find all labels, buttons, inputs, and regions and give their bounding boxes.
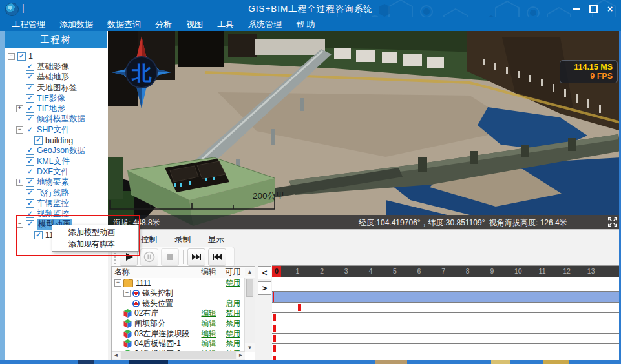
expand-node-icon[interactable]: +	[16, 179, 23, 186]
edit-link[interactable]: 编辑	[196, 339, 221, 349]
checkbox[interactable]: ✓	[26, 84, 34, 92]
anim-menu-item-0[interactable]: 控制	[136, 233, 162, 247]
menu-item-7[interactable]: 帮 助	[289, 17, 322, 31]
keyframe-marker[interactable]	[273, 314, 276, 321]
availability-link[interactable]: 禁用	[221, 329, 245, 339]
checkbox[interactable]: ✓	[26, 199, 34, 208]
keyframe-marker[interactable]	[298, 304, 301, 311]
tree-item-3[interactable]: ✓天地图标签	[5, 83, 108, 93]
edit-link[interactable]: 编辑	[196, 308, 221, 318]
scrollbar-thumb[interactable]	[246, 279, 253, 297]
toolbar-grip-handle[interactable]	[114, 250, 116, 264]
menu-item-5[interactable]: 工具	[210, 17, 241, 31]
timeline-track-3[interactable]	[272, 313, 621, 323]
menu-item-1[interactable]: 添加数据	[52, 17, 100, 31]
collapse-node-icon[interactable]: −	[114, 279, 121, 287]
tree-item-1[interactable]: ✓基础影像	[5, 61, 108, 72]
checkbox[interactable]: ✓	[34, 136, 43, 145]
collapse-left-button[interactable]: <	[258, 266, 271, 279]
skip-back-button[interactable]	[208, 248, 226, 266]
tree-item-2[interactable]: ✓基础地形	[5, 72, 108, 83]
checkbox[interactable]: ✓	[26, 178, 34, 187]
map-viewport[interactable]: 200公里 北 114.15 MS 9 FPS 海拔: 448.8米 经度:	[108, 31, 621, 229]
tree-item-4[interactable]: ✓TIF影像	[5, 93, 108, 103]
skip-forward-button[interactable]	[187, 248, 205, 266]
collapse-node-icon[interactable]: −	[16, 126, 23, 134]
timeline-track-4[interactable]	[272, 323, 621, 334]
checkbox[interactable]: ✓	[26, 168, 34, 176]
pause-button[interactable]	[140, 248, 158, 266]
fullscreen-icon[interactable]	[607, 217, 618, 227]
keyframe-marker[interactable]	[273, 292, 274, 302]
timeline-ruler[interactable]: 012345678910111213	[272, 266, 621, 277]
tree-item-9[interactable]: ✓GeoJson数据	[5, 146, 108, 156]
checkbox[interactable]: ✓	[26, 63, 34, 71]
availability-link[interactable]: 禁用	[221, 319, 245, 329]
checkbox[interactable]: ✓	[26, 105, 34, 113]
timeline-track-2[interactable]	[272, 303, 621, 313]
track-table-row-1[interactable]: −镜头控制	[112, 288, 245, 299]
availability-link[interactable]: 禁用	[221, 308, 245, 318]
collapse-right-button[interactable]: >	[258, 281, 271, 295]
menu-item-6[interactable]: 系统管理	[241, 17, 289, 31]
checkbox[interactable]: ✓	[26, 220, 34, 228]
tree-item-13[interactable]: ✓飞行线路	[5, 188, 108, 198]
compass-north-icon[interactable]: 北	[111, 35, 173, 110]
context-menu-item-0[interactable]: 添加模型动画	[52, 227, 138, 238]
tree-item-6[interactable]: ✓倾斜模型数据	[5, 114, 108, 125]
tree-item-0[interactable]: −✓1	[5, 51, 108, 61]
timeline-track-0[interactable]	[272, 277, 621, 292]
track-table-row-0[interactable]: −1111禁用	[112, 278, 245, 288]
menu-item-3[interactable]: 分析	[148, 17, 179, 31]
tree-item-15[interactable]: ✓视频监控	[5, 208, 108, 219]
edit-link[interactable]: 编辑	[196, 319, 221, 329]
collapse-node-icon[interactable]: −	[8, 53, 15, 60]
minimize-button[interactable]	[568, 2, 585, 16]
stop-button[interactable]	[161, 248, 179, 266]
checkbox[interactable]: ✓	[17, 52, 26, 61]
tree-item-11[interactable]: ✓DXF文件	[5, 167, 108, 177]
tree-item-12[interactable]: +✓地物要素	[5, 177, 108, 188]
scroll-down-icon[interactable]: ▼	[245, 343, 255, 352]
collapse-node-icon[interactable]: −	[16, 221, 23, 228]
tree-item-10[interactable]: ✓KML文件	[5, 156, 108, 167]
table-vertical-scrollbar[interactable]: ▼	[244, 278, 255, 352]
menu-item-4[interactable]: 视图	[179, 17, 210, 31]
timeline-track-6[interactable]	[272, 344, 621, 354]
context-menu-item-1[interactable]: 添加现有脚本	[52, 238, 138, 250]
availability-link[interactable]: 禁用	[221, 278, 245, 288]
checkbox[interactable]: ✓	[34, 231, 43, 239]
anim-menu-item-2[interactable]: 显示	[204, 233, 229, 247]
checkbox[interactable]: ✓	[26, 147, 34, 155]
table-horizontal-scrollbar[interactable]: ◄ ►	[112, 351, 245, 360]
availability-link[interactable]: 启用	[221, 299, 245, 308]
checkbox[interactable]: ✓	[26, 157, 34, 166]
tree-item-8[interactable]: ✓building	[5, 135, 108, 145]
checkbox[interactable]: ✓	[26, 94, 34, 103]
keyframe-marker[interactable]	[273, 335, 276, 342]
timeline[interactable]: 012345678910111213	[272, 265, 621, 361]
checkbox[interactable]: ✓	[26, 73, 34, 81]
track-table-row-6[interactable]: 04盾板锚固-1编辑禁用	[112, 339, 245, 349]
expand-node-icon[interactable]: +	[16, 105, 23, 112]
checkbox[interactable]: ✓	[26, 210, 34, 218]
tree-item-7[interactable]: −✓SHP文件	[5, 125, 108, 135]
checkbox[interactable]: ✓	[26, 189, 34, 197]
scroll-right-icon[interactable]: ►	[237, 352, 245, 359]
anim-menu-item-1[interactable]: 录制	[170, 233, 195, 247]
tree-item-14[interactable]: ✓车辆监控	[5, 198, 108, 208]
track-table-row-4[interactable]: 闸坝部分编辑禁用	[112, 319, 245, 329]
collapse-node-icon[interactable]: −	[123, 290, 131, 297]
edit-link[interactable]: 编辑	[196, 329, 221, 339]
tree-item-5[interactable]: +✓TIF地形	[5, 103, 108, 114]
scroll-left-icon[interactable]: ◄	[112, 352, 120, 359]
timeline-track-1[interactable]	[272, 292, 621, 303]
scroll-up-icon[interactable]: ▲	[245, 268, 255, 276]
menu-item-2[interactable]: 数据查询	[100, 17, 148, 31]
checkbox[interactable]: ✓	[26, 126, 34, 134]
close-button[interactable]: ×	[602, 2, 618, 16]
timeline-track-5[interactable]	[272, 334, 621, 344]
maximize-button[interactable]	[585, 2, 602, 16]
track-table-row-3[interactable]: 02右岸编辑禁用	[112, 308, 245, 319]
scrollbar-thumb[interactable]	[121, 352, 236, 359]
